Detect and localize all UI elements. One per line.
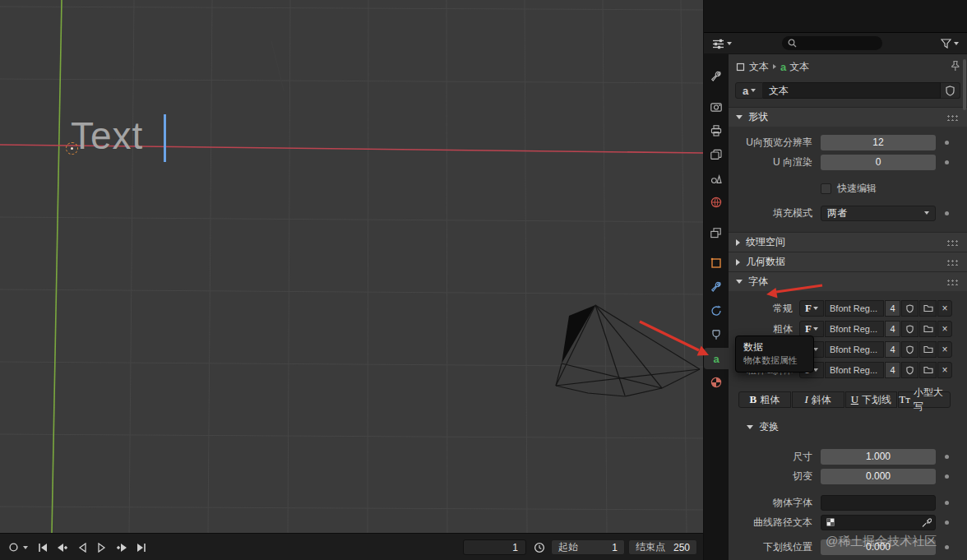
font-name[interactable]: Bfont Reg... [825, 321, 884, 337]
font-browse-button[interactable]: F [799, 300, 824, 317]
font-unlink-button[interactable]: × [937, 341, 952, 358]
3d-viewport[interactable]: Text [0, 0, 703, 533]
underline-toggle[interactable]: U 下划线 [845, 391, 898, 408]
font-name[interactable]: Bfont Reg... [825, 300, 884, 317]
section-header-font[interactable]: 字体 [729, 271, 967, 291]
font-open-folder-button[interactable] [919, 300, 937, 317]
breadcrumb-object[interactable]: 文本 [735, 60, 769, 74]
font-open-folder-button[interactable] [919, 321, 937, 337]
cone-object[interactable] [0, 0, 703, 533]
play-reverse-button[interactable] [74, 539, 90, 556]
constraints-icon [710, 328, 723, 341]
jump-to-start-button[interactable] [35, 539, 51, 556]
font-users-count[interactable]: 4 [885, 321, 900, 337]
text-object[interactable]: Text [71, 113, 143, 158]
search-box[interactable] [782, 36, 882, 50]
decorator[interactable] [936, 455, 957, 459]
timeline-bar[interactable]: 1 起始 1 结束点 250 [0, 533, 703, 560]
section-header-geometry[interactable]: 几何数据 [729, 252, 967, 271]
next-keyframe-button[interactable] [113, 539, 130, 556]
panel-grip-icon[interactable] [946, 278, 960, 285]
section-header-texture-space[interactable]: 纹理空间 [729, 232, 967, 252]
tab-modifiers[interactable] [704, 276, 729, 298]
tab-world[interactable] [704, 192, 729, 213]
preview-resolution-field[interactable]: 12 [821, 135, 936, 150]
object-origin-marker[interactable] [66, 142, 78, 155]
small-caps-toggle[interactable]: Tт 小型大写 [898, 391, 951, 408]
browse-data-button[interactable]: a [735, 82, 763, 99]
panel-grip-icon[interactable] [946, 238, 960, 246]
font-fake-user-button[interactable] [901, 341, 918, 358]
clock-icon[interactable] [531, 539, 548, 556]
panel-grip-icon[interactable] [946, 113, 960, 121]
decorator[interactable] [936, 141, 957, 145]
panel-grip-icon[interactable] [946, 258, 960, 266]
search-icon [788, 39, 797, 48]
section-title: 形状 [748, 110, 768, 124]
tab-material[interactable] [704, 372, 729, 393]
frame-start-field[interactable]: 起始 1 [551, 539, 625, 555]
decorator[interactable] [936, 211, 957, 215]
scrollbar-thumb[interactable] [963, 59, 966, 110]
tooltip-title: 数据 [743, 340, 806, 354]
tab-constraints[interactable] [704, 324, 729, 345]
eyedropper-icon[interactable] [921, 517, 932, 528]
subsection-header-transform[interactable]: 变换 [747, 419, 962, 434]
text-on-curve-field[interactable] [821, 515, 936, 530]
font-unlink-button[interactable]: × [937, 321, 952, 337]
decorator[interactable] [936, 501, 957, 505]
decorator[interactable] [936, 521, 957, 525]
record-button[interactable] [5, 539, 21, 556]
frame-end-field[interactable]: 结束点 250 [628, 539, 697, 555]
font-name[interactable]: Bfont Reg... [825, 362, 884, 378]
decorator[interactable] [936, 160, 957, 164]
tab-collection[interactable] [704, 222, 729, 243]
breadcrumb-data[interactable]: a 文本 [780, 60, 809, 74]
object-font-field[interactable] [821, 495, 936, 511]
font-fake-user-button[interactable] [901, 321, 918, 337]
font-slot-label: 粗体 [729, 322, 799, 336]
render-resolution-field[interactable]: 0 [821, 155, 936, 170]
tab-object[interactable] [704, 252, 729, 274]
font-fake-user-button[interactable] [901, 362, 918, 378]
editor-type-button[interactable] [710, 36, 734, 51]
pin-icon[interactable] [950, 60, 960, 74]
font-open-folder-button[interactable] [919, 362, 937, 378]
italic-toggle[interactable]: I 斜体 [792, 391, 844, 408]
font-unlink-button[interactable]: × [937, 300, 952, 317]
font-unlink-button[interactable]: × [937, 362, 952, 378]
font-fake-user-button[interactable] [901, 300, 918, 317]
tab-output[interactable] [704, 120, 729, 141]
prev-keyframe-button[interactable] [54, 539, 71, 556]
tab-view-layer[interactable] [704, 144, 729, 165]
tab-scene[interactable] [704, 168, 729, 189]
tab-object-data[interactable]: a [704, 348, 729, 369]
font-users-count[interactable]: 4 [885, 362, 900, 378]
current-frame-field[interactable]: 1 [463, 539, 526, 555]
tab-render[interactable] [704, 96, 729, 118]
font-users-count[interactable]: 4 [885, 300, 900, 317]
jump-to-end-button[interactable] [133, 539, 150, 556]
section-header-shape[interactable]: 形状 [729, 107, 967, 127]
search-input[interactable] [800, 39, 877, 49]
bold-toggle[interactable]: B 粗体 [738, 391, 791, 408]
decorator[interactable] [936, 474, 957, 479]
size-field[interactable]: 1.000 [821, 449, 936, 465]
font-users-count[interactable]: 4 [885, 341, 900, 358]
fast-edit-checkbox[interactable] [821, 183, 831, 194]
record-options-chevron-icon[interactable] [23, 546, 28, 549]
properties-content: 文本 a 文本 a [729, 54, 967, 560]
font-browse-button[interactable]: F [799, 321, 824, 337]
decorator[interactable] [936, 545, 957, 549]
fake-user-shield-button[interactable] [941, 82, 960, 99]
tab-physics[interactable] [704, 300, 729, 322]
data-name-input[interactable] [763, 82, 941, 99]
fill-mode-dropdown[interactable]: 两者 [821, 206, 936, 221]
tab-tool[interactable] [704, 66, 729, 87]
play-button[interactable] [94, 539, 110, 556]
shear-field[interactable]: 0.000 [821, 469, 936, 484]
frame-end-label: 结束点 [636, 540, 665, 554]
font-name[interactable]: Bfont Reg... [825, 341, 884, 358]
font-open-folder-button[interactable] [919, 341, 937, 358]
filter-button[interactable] [938, 37, 961, 50]
